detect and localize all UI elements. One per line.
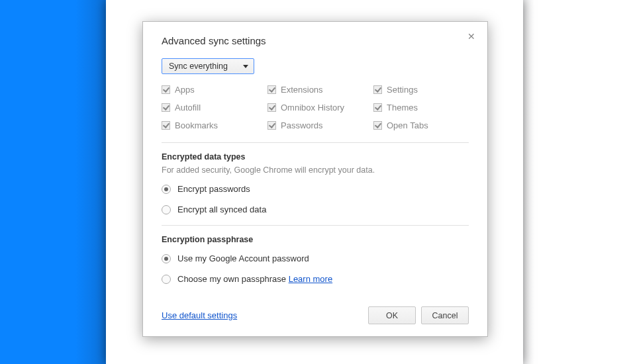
checkbox-label: Omnibox History xyxy=(281,103,344,113)
checkbox-icon xyxy=(267,103,276,112)
learn-more-link[interactable]: Learn more xyxy=(289,274,332,284)
divider xyxy=(162,225,469,226)
checkbox-open-tabs[interactable]: Open Tabs xyxy=(373,120,466,130)
ok-button[interactable]: OK xyxy=(368,306,416,324)
checkbox-label: Open Tabs xyxy=(387,120,428,130)
checkbox-themes[interactable]: Themes xyxy=(373,103,466,113)
checkbox-bookmarks[interactable]: Bookmarks xyxy=(162,120,267,130)
sync-mode-dropdown[interactable]: Sync everything xyxy=(162,58,254,74)
section-title: Encryption passphrase xyxy=(162,235,469,244)
section-description: For added security, Google Chrome will e… xyxy=(162,165,469,175)
checkbox-label: Bookmarks xyxy=(175,120,218,130)
radio-label: Choose my own passphrase xyxy=(177,274,286,284)
checkbox-icon xyxy=(162,85,170,94)
checkbox-apps[interactable]: Apps xyxy=(162,85,267,95)
radio-encrypt-passwords[interactable]: Encrypt passwords xyxy=(162,184,469,194)
checkbox-icon xyxy=(162,121,170,130)
checkbox-label: Autofill xyxy=(175,103,201,113)
section-title: Encrypted data types xyxy=(162,152,469,161)
use-default-settings-link[interactable]: Use default settings xyxy=(162,310,237,320)
dialog-footer: Use default settings OK Cancel xyxy=(162,306,469,324)
checkbox-label: Themes xyxy=(387,103,418,113)
checkbox-label: Passwords xyxy=(281,120,323,130)
radio-own-passphrase[interactable]: Choose my own passphrase Learn more xyxy=(162,274,469,284)
chevron-down-icon xyxy=(243,65,248,68)
radio-label: Encrypt all synced data xyxy=(177,205,266,214)
checkbox-label: Settings xyxy=(387,85,418,95)
sync-items-grid: Apps Extensions Settings Autofill Omnibo… xyxy=(162,85,469,130)
cancel-button[interactable]: Cancel xyxy=(421,306,469,324)
checkbox-settings[interactable]: Settings xyxy=(373,85,466,95)
encryption-passphrase-section: Encryption passphrase Use my Google Acco… xyxy=(162,235,469,284)
advanced-sync-settings-dialog: ✕ Advanced sync settings Sync everything… xyxy=(142,21,488,337)
checkbox-icon xyxy=(162,103,170,112)
radio-icon xyxy=(162,275,171,284)
checkbox-label: Extensions xyxy=(281,85,323,95)
checkbox-omnibox-history[interactable]: Omnibox History xyxy=(267,103,373,113)
checkbox-label: Apps xyxy=(175,85,195,95)
checkbox-icon xyxy=(373,103,382,112)
divider xyxy=(162,142,469,143)
checkbox-icon xyxy=(267,85,276,94)
encrypted-data-types-section: Encrypted data types For added security,… xyxy=(162,152,469,214)
radio-label: Use my Google Account password xyxy=(177,253,309,263)
radio-label: Encrypt passwords xyxy=(177,184,250,194)
radio-icon xyxy=(162,254,171,263)
radio-icon xyxy=(162,185,171,194)
checkbox-icon xyxy=(373,121,382,130)
checkbox-passwords[interactable]: Passwords xyxy=(267,120,373,130)
checkbox-icon xyxy=(267,121,276,130)
radio-encrypt-all[interactable]: Encrypt all synced data xyxy=(162,205,469,214)
dialog-title: Advanced sync settings xyxy=(162,35,469,46)
radio-icon xyxy=(162,205,171,214)
radio-google-account-password[interactable]: Use my Google Account password xyxy=(162,253,469,263)
checkbox-autofill[interactable]: Autofill xyxy=(162,103,267,113)
sync-mode-selected: Sync everything xyxy=(169,62,228,71)
close-icon[interactable]: ✕ xyxy=(467,31,475,42)
checkbox-extensions[interactable]: Extensions xyxy=(267,85,373,95)
checkbox-icon xyxy=(373,85,382,94)
